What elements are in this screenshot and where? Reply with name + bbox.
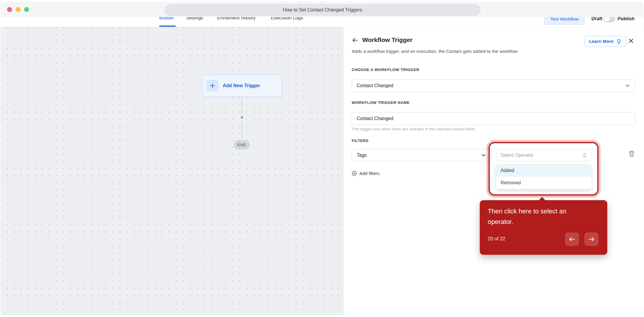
operator-option-removed[interactable]: Removed (496, 177, 591, 189)
trigger-type-select[interactable]: Contact Changed (352, 79, 635, 92)
workflow-canvas[interactable]: Add New Trigger + END (1, 27, 343, 315)
minimize-window-icon[interactable] (16, 7, 21, 12)
add-filters-label: Add filters (359, 171, 380, 176)
tour-tooltip: Then click here to select an operator. 2… (480, 200, 607, 255)
operator-select[interactable]: Select Operator (496, 149, 591, 161)
zoom-window-icon[interactable] (24, 7, 29, 12)
filters-label: FILTERS (352, 139, 368, 143)
trigger-type-value: Contact Changed (357, 83, 625, 88)
learn-more-button[interactable]: Learn More (584, 36, 626, 47)
arrow-left-icon (568, 236, 576, 243)
close-window-icon[interactable] (7, 7, 12, 12)
tab-builder[interactable]: Builder (159, 17, 174, 21)
traffic-lights (7, 7, 29, 12)
add-new-trigger-label: Add New Trigger (223, 83, 260, 88)
tab-settings[interactable]: Settings (186, 17, 203, 21)
draft-label: Draft (591, 17, 602, 21)
app-window: How to Set Contact Changed Triggers Buil… (1, 2, 643, 315)
trigger-name-label: WORKFLOW TRIGGER NAME (352, 100, 410, 105)
lightbulb-icon (616, 39, 622, 44)
tour-step-counter: 20 of 22 (488, 236, 505, 242)
publish-toggle[interactable] (603, 17, 615, 22)
tour-instruction-text: Then click here to select an operator. (488, 206, 591, 227)
circle-plus-icon (352, 171, 357, 176)
arrow-right-icon (588, 236, 595, 243)
choose-trigger-label: CHOOSE A WORKFLOW TRIGGER (352, 68, 419, 72)
test-workflow-button[interactable]: Test Workflow (544, 17, 585, 25)
learn-more-label: Learn More (589, 39, 614, 44)
tooltip-arrow (539, 197, 546, 200)
window-titlebar: How to Set Contact Changed Triggers (1, 2, 643, 17)
filter-field-value: Tags (357, 153, 481, 158)
panel-description: Adds a workflow trigger, and on executio… (352, 49, 518, 54)
chevron-down-icon (481, 152, 487, 158)
add-new-trigger-node[interactable]: Add New Trigger (202, 75, 282, 97)
trigger-helper-text: This trigger runs when there are changes… (352, 127, 476, 131)
window-title: How to Set Contact Changed Triggers (165, 4, 481, 16)
end-node: END (234, 140, 250, 149)
workflow-tab-bar: Builder Settings Enrollment History Exec… (1, 17, 643, 27)
tab-enrollment-history[interactable]: Enrollment History (217, 17, 256, 21)
operator-dropdown-menu: Added Removed (496, 164, 591, 189)
filter-field-select[interactable]: Tags (352, 149, 492, 161)
operator-placeholder: Select Operator (501, 153, 582, 158)
tour-previous-button[interactable] (565, 232, 579, 246)
close-panel-icon[interactable] (628, 38, 634, 44)
add-step-button[interactable]: + (238, 114, 246, 121)
delete-filter-icon[interactable] (628, 150, 635, 157)
back-arrow-icon[interactable] (352, 37, 359, 44)
chevron-down-icon (625, 83, 630, 89)
publish-label: Publish (618, 17, 635, 21)
toggle-knob (604, 17, 610, 22)
trigger-name-input[interactable]: Contact Changed (352, 112, 635, 125)
trigger-name-value: Contact Changed (357, 116, 630, 121)
tour-next-button[interactable] (584, 232, 598, 246)
panel-title: Workflow Trigger (362, 36, 412, 43)
operator-option-added[interactable]: Added (496, 164, 591, 177)
plus-icon (207, 80, 218, 92)
tab-execution-logs[interactable]: Execution Logs (271, 17, 303, 21)
up-down-chevrons-icon (582, 152, 587, 158)
workflow-trigger-panel: Workflow Trigger Learn More Adds a workf… (343, 27, 643, 315)
add-filters-button[interactable]: Add filters (352, 171, 380, 176)
